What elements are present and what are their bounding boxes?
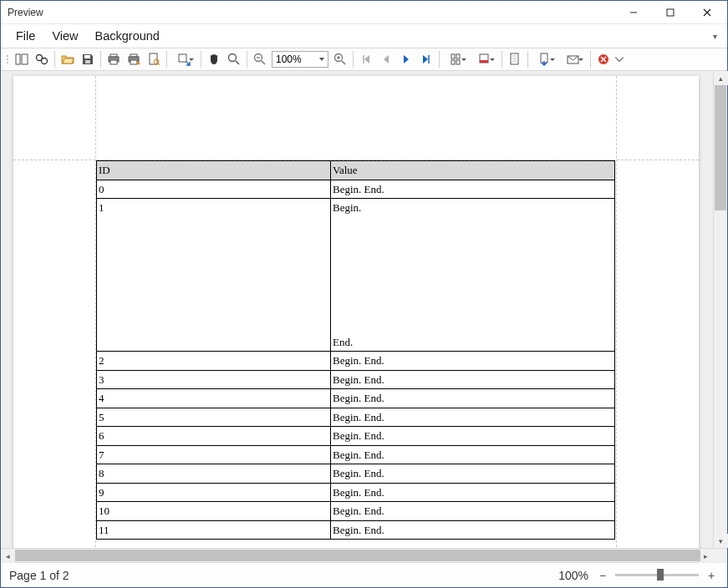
svg-rect-1	[667, 9, 674, 16]
svg-rect-16	[150, 53, 157, 64]
horizontal-scrollbar[interactable]: ◂ ▸	[1, 549, 713, 562]
watermark-icon[interactable]	[505, 49, 525, 69]
scale-dropdown-icon[interactable]	[170, 49, 198, 69]
table-row: 1Begin.End.	[97, 199, 615, 352]
svg-line-28	[342, 61, 345, 64]
cell-value: Begin. End.	[331, 370, 615, 389]
cell-value: Begin. End.	[331, 464, 615, 484]
svg-rect-15	[130, 60, 137, 64]
menu-view[interactable]: View	[43, 27, 86, 45]
status-zoom-value: 100%	[558, 569, 588, 582]
cell-value: Begin. End.	[331, 352, 615, 371]
titlebar: Preview	[1, 1, 727, 24]
page-viewport[interactable]: ID Value 0Begin. End.1Begin.End.2Begin. …	[1, 71, 713, 548]
svg-rect-29	[451, 54, 455, 58]
prev-page-icon[interactable]	[376, 49, 396, 69]
cell-value: Begin. End.	[331, 427, 615, 446]
statusbar: Page 1 of 2 100% − +	[1, 562, 727, 587]
svg-rect-30	[456, 54, 460, 58]
minimize-button[interactable]	[615, 2, 652, 23]
table-row: 5Begin. End.	[97, 408, 615, 427]
cell-value: Begin. End.	[331, 483, 615, 502]
cell-id: 10	[97, 502, 331, 521]
vscroll-thumb[interactable]	[715, 85, 726, 210]
hscroll-thumb[interactable]	[15, 550, 700, 561]
toolbar-grip	[4, 51, 10, 68]
cell-id: 9	[97, 483, 331, 502]
cell-value: Begin. End.	[331, 520, 615, 540]
table-row: 3Begin. End.	[97, 370, 615, 389]
magnifier-icon[interactable]	[224, 49, 244, 69]
svg-rect-4	[16, 54, 20, 64]
close-preview-icon[interactable]	[593, 49, 613, 69]
color-dropdown-icon[interactable]	[471, 49, 499, 69]
menu-file[interactable]: File	[8, 27, 43, 45]
last-page-icon[interactable]	[416, 49, 436, 69]
cell-value: Begin.End.	[331, 199, 615, 352]
cell-value: Begin. End.	[331, 180, 615, 199]
svg-rect-19	[179, 54, 186, 62]
table-row: 11Begin. End.	[97, 520, 615, 540]
zoom-in-button[interactable]: +	[704, 568, 719, 583]
table-row: 0Begin. End.	[97, 180, 615, 199]
cell-id: 11	[97, 520, 331, 540]
zoom-slider[interactable]	[615, 574, 699, 576]
vertical-scrollbar[interactable]: ▴ ▾	[713, 71, 727, 548]
cell-id: 1	[97, 199, 331, 352]
svg-rect-31	[451, 60, 455, 64]
scroll-up-icon[interactable]: ▴	[714, 71, 728, 85]
save-icon[interactable]	[78, 49, 98, 69]
zoom-slider-knob[interactable]	[657, 569, 664, 580]
cell-id: 2	[97, 352, 331, 371]
toolbar: 100%	[1, 48, 727, 71]
menu-background[interactable]: Background	[87, 27, 168, 45]
next-page-icon[interactable]	[396, 49, 416, 69]
svg-line-21	[236, 61, 239, 64]
table-row: 6Begin. End.	[97, 427, 615, 446]
zoom-combobox[interactable]: 100%	[272, 51, 328, 68]
window-title: Preview	[8, 7, 615, 18]
toolbar-overflow[interactable]	[613, 49, 625, 69]
first-page-icon[interactable]	[356, 49, 376, 69]
svg-rect-8	[84, 55, 90, 58]
svg-line-18	[158, 63, 160, 65]
table-row: 4Begin. End.	[97, 389, 615, 408]
cell-value: Begin. End.	[331, 445, 615, 464]
cell-id: 5	[97, 408, 331, 427]
zoom-value-text: 100%	[276, 53, 302, 65]
export-dropdown-icon[interactable]	[531, 49, 559, 69]
multipage-dropdown-icon[interactable]	[442, 49, 471, 69]
table-row: 7Begin. End.	[97, 445, 615, 464]
page-setup-icon[interactable]	[144, 49, 164, 69]
svg-rect-5	[22, 54, 28, 64]
zoom-out-button[interactable]: −	[595, 568, 610, 583]
menubar: File View Background ▾	[1, 24, 727, 48]
maximize-button[interactable]	[652, 2, 689, 23]
svg-rect-9	[85, 60, 90, 63]
scroll-left-icon[interactable]: ◂	[1, 549, 15, 563]
header-value: Value	[331, 161, 615, 180]
scroll-right-icon[interactable]: ▸	[699, 549, 713, 563]
find-icon[interactable]	[32, 49, 52, 69]
email-dropdown-icon[interactable]	[559, 49, 588, 69]
close-button[interactable]	[689, 2, 725, 23]
table-row: 10Begin. End.	[97, 502, 615, 521]
header-id: ID	[97, 161, 331, 180]
scroll-down-icon[interactable]: ▾	[714, 534, 728, 548]
cell-value: Begin. End.	[331, 502, 615, 521]
cell-id: 6	[97, 427, 331, 446]
table-row: 9Begin. End.	[97, 483, 615, 502]
svg-point-20	[229, 54, 237, 62]
quick-print-icon[interactable]	[124, 49, 144, 69]
cell-id: 7	[97, 445, 331, 464]
svg-point-7	[42, 58, 48, 64]
hand-tool-icon[interactable]	[204, 49, 224, 69]
page-indicator: Page 1 of 2	[9, 569, 69, 582]
document-map-icon[interactable]	[12, 49, 32, 69]
menu-overflow[interactable]: ▾	[709, 30, 720, 43]
zoom-in-icon[interactable]	[330, 49, 350, 69]
open-icon[interactable]	[58, 49, 78, 69]
print-icon[interactable]	[104, 49, 124, 69]
svg-line-24	[262, 61, 265, 64]
zoom-out-icon[interactable]	[250, 49, 270, 69]
